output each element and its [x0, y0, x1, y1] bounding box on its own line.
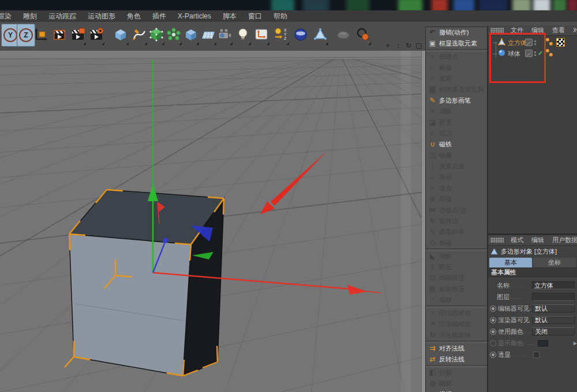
- material-dot-icon[interactable]: [546, 38, 549, 42]
- ctx-item-label: 切刀: [439, 129, 452, 138]
- toolbar-snap-move-xyz-icon[interactable]: XYZ: [272, 24, 290, 46]
- ctx-item-0[interactable]: ↶撤销(动作): [426, 27, 487, 38]
- 3d-viewport[interactable]: [0, 51, 425, 392]
- material-dot-icon[interactable]: [546, 49, 549, 52]
- ctx-item-label: 熔接: [439, 239, 452, 247]
- 编辑器可见-dropdown[interactable]: 默认: [532, 304, 575, 312]
- menu-item-0[interactable]: 渲染: [0, 12, 17, 21]
- 使用颜色-dropdown[interactable]: 关闭: [532, 327, 575, 336]
- ctx-item-label: 内部挤压: [439, 274, 464, 282]
- polygon-object-icon: [490, 248, 498, 255]
- menu-item-6[interactable]: X-Particles: [172, 12, 217, 20]
- keyframe-circle-icon[interactable]: [490, 340, 496, 346]
- menu-item-1[interactable]: 雕刻: [17, 12, 43, 21]
- split-icon: ◧: [428, 368, 437, 377]
- am-field-透显: 透显......: [488, 349, 577, 360]
- keyframe-circle-icon[interactable]: [490, 306, 496, 312]
- menu-item-3[interactable]: 运动图形: [82, 12, 121, 21]
- main-menubar: 渲染雕刻运动跟踪运动图形角色插件X-Particles脚本窗口帮助: [0, 10, 577, 22]
- am-menu-0[interactable]: 模式: [507, 236, 527, 244]
- 名称-input[interactable]: 立方体: [532, 281, 575, 289]
- keyframe-circle-icon[interactable]: [490, 329, 496, 335]
- toolbar-particle-emitter-icon[interactable]: [312, 24, 329, 46]
- ctx-item-11: ◫镜像: [426, 150, 487, 161]
- move-normal-icon: ↑: [428, 309, 437, 318]
- toolbar-render-active-view-icon[interactable]: [51, 24, 68, 46]
- desktop-thumbnail: [432, 0, 448, 10]
- connect-icon: ⋈: [428, 206, 437, 214]
- menu-item-7[interactable]: 脚本: [217, 12, 242, 21]
- cube-object[interactable]: [69, 190, 224, 376]
- ctx-item-label: 沿法线旋转: [439, 331, 471, 340]
- 渲染器可见-dropdown[interactable]: 默认: [532, 316, 575, 324]
- viewport-rotate-icon[interactable]: ↻: [404, 42, 413, 50]
- om-menu-2[interactable]: 查看: [548, 26, 569, 35]
- ctx-item-label: 熨烫: [439, 118, 452, 127]
- ctx-item-label: 消除: [439, 107, 452, 116]
- svg-text:Y: Y: [284, 32, 287, 36]
- texture-tag-icon[interactable]: [556, 38, 565, 47]
- ctx-item-label: 倒角: [439, 252, 452, 261]
- am-menu-2[interactable]: 用户数据: [548, 236, 577, 244]
- ctx-item-label: 缝合: [439, 184, 452, 193]
- keyframe-circle-icon[interactable]: [490, 352, 496, 358]
- ctx-item-10[interactable]: ∪磁铁: [426, 139, 487, 150]
- ctx-item-label: 对齐法线: [439, 344, 464, 353]
- toolbar-render-settings-icon[interactable]: [88, 24, 105, 46]
- menu-item-4[interactable]: 角色: [121, 12, 147, 21]
- toolbar-spline-pen-icon[interactable]: [130, 24, 148, 46]
- viewport-maximize-icon[interactable]: ▢: [415, 42, 423, 50]
- menu-item-2[interactable]: 运动跟踪: [43, 12, 82, 21]
- 图层-input[interactable]: [532, 293, 575, 301]
- toolbar-render-picture-viewer-icon[interactable]: [69, 24, 87, 46]
- 透显-checkbox[interactable]: [533, 352, 539, 358]
- color-swatch[interactable]: [538, 340, 548, 346]
- panel-grip-icon[interactable]: [490, 28, 504, 33]
- menu-item-9[interactable]: 帮助: [268, 12, 293, 21]
- toolbar-magnifier-icon[interactable]: [354, 24, 372, 46]
- menu-item-5[interactable]: 插件: [147, 12, 172, 21]
- gizmo-z-handle[interactable]: [163, 238, 168, 243]
- toolbar-coordinate-axes-icon[interactable]: [32, 24, 50, 46]
- toolbar-floor-icon[interactable]: [200, 24, 217, 46]
- ctx-item-label: 反转法线: [439, 355, 464, 364]
- ctx-item-23: ▤矩阵挤压: [426, 284, 487, 295]
- ctx-item-28[interactable]: ⇉对齐法线: [426, 343, 487, 354]
- toolbar-sky-icon[interactable]: [292, 24, 309, 46]
- desktop-thumbnail: [271, 0, 294, 10]
- viewport-zoom-icon[interactable]: ↕: [394, 42, 402, 50]
- toolbar-light-icon[interactable]: [234, 24, 252, 46]
- toolbar-subdivision-surface-icon[interactable]: [148, 24, 165, 46]
- panel-grip-icon[interactable]: [490, 238, 504, 243]
- am-menu-1[interactable]: 编辑: [527, 236, 548, 244]
- ctx-item-32[interactable]: ⊟坍塌: [426, 389, 487, 392]
- scale-normal-icon: ↗: [428, 320, 437, 329]
- viewport-pan-icon[interactable]: +: [384, 42, 392, 50]
- extrude-inner-icon: ⊡: [428, 274, 437, 282]
- field-label: 显示颜色: [498, 339, 523, 348]
- ctx-item-label: 矩阵挤压: [439, 285, 464, 293]
- toolbar-disabled-tool-icon[interactable]: [335, 24, 352, 46]
- am-tab-基本[interactable]: 基本: [489, 258, 532, 267]
- ctx-item-label: 沿法线缩放: [439, 320, 471, 329]
- menu-item-8[interactable]: 窗口: [242, 12, 268, 21]
- ctx-item-label: 连接点/边: [439, 206, 466, 214]
- toolbar-primitive-cube-icon[interactable]: [112, 24, 129, 46]
- toolbar-generator-cluster-icon[interactable]: [165, 24, 182, 46]
- am-tab-坐标[interactable]: 坐标: [533, 258, 576, 267]
- toolbar-camera-icon[interactable]: [216, 24, 233, 46]
- material-dot-icon[interactable]: [549, 42, 553, 46]
- material-dot-icon[interactable]: [549, 53, 553, 56]
- ctx-item-1[interactable]: ▣框显选取元素: [426, 38, 487, 49]
- desktop-thumbnail: [454, 0, 474, 10]
- ctx-item-17: ↻旋转边: [426, 216, 487, 227]
- ctx-item-6[interactable]: ✎多边形画笔: [426, 95, 487, 106]
- om-menu-3[interactable]: 对象: [569, 26, 577, 35]
- ctx-item-26: ↗沿法线缩放: [426, 319, 487, 330]
- toolbar-workplane-icon[interactable]: [253, 24, 270, 46]
- extrude-icon: ⇧: [428, 263, 437, 272]
- toolbar-instance-cube-icon[interactable]: [182, 24, 200, 46]
- keyframe-circle-icon[interactable]: [490, 317, 496, 323]
- expand-arrow-icon[interactable]: ▶: [574, 341, 577, 346]
- ctx-item-29[interactable]: ⇄反转法线: [426, 354, 487, 365]
